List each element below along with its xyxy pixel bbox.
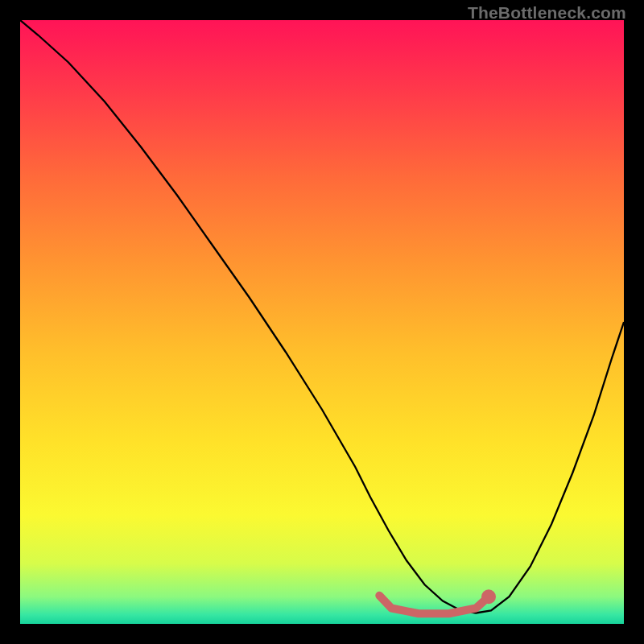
flat-zone-end-dot [481, 589, 496, 604]
curve-layer [20, 20, 624, 624]
markers-layer [481, 589, 496, 604]
bottleneck-curve [20, 20, 624, 613]
watermark-text: TheBottleneck.com [468, 3, 626, 23]
plot-area [20, 20, 624, 624]
chart-stage: TheBottleneck.com [0, 0, 644, 644]
flat-zone-marker [379, 596, 488, 614]
